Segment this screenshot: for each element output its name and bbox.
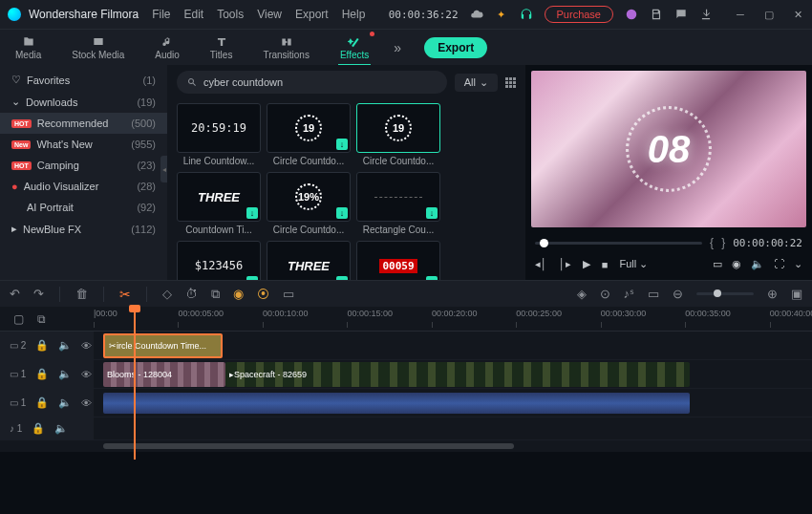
download-badge-icon[interactable]: ↓ <box>336 276 348 280</box>
quality-dropdown[interactable]: Full ⌄ <box>619 258 648 270</box>
zoom-in-button[interactable]: ⊕ <box>767 287 778 301</box>
collapse-handle[interactable]: ◂ <box>160 156 167 182</box>
sidebar-audio-visualizer[interactable]: ●Audio Visualizer(28) <box>0 176 167 197</box>
track-volume-icon[interactable]: 🔈 <box>58 396 72 409</box>
step-back-button[interactable]: │▸ <box>559 258 571 270</box>
marker-icon[interactable]: ◇ <box>162 287 172 301</box>
menu-help[interactable]: Help <box>342 8 366 21</box>
menu-view[interactable]: View <box>257 8 282 21</box>
menu-tools[interactable]: Tools <box>217 8 244 21</box>
headset-icon[interactable] <box>520 8 533 21</box>
effect-thumbnail[interactable]: 19↓ <box>267 103 351 153</box>
download-badge-icon[interactable]: ↓ <box>246 276 258 280</box>
menu-edit[interactable]: Edit <box>184 8 204 21</box>
search-input[interactable] <box>203 76 438 88</box>
minimize-button[interactable]: ─ <box>734 8 747 21</box>
color-icon[interactable]: ◉ <box>233 287 244 301</box>
play-button[interactable]: ▶ <box>583 258 590 270</box>
message-icon[interactable] <box>674 8 688 21</box>
zoom-slider[interactable] <box>696 292 754 295</box>
zoom-out-button[interactable]: ⊖ <box>673 287 683 301</box>
stop-button[interactable]: ■ <box>602 259 609 270</box>
sidebar-recommended[interactable]: HOTRecommended(500) <box>0 113 167 134</box>
effect-card[interactable]: THREE↓Countdown Ti... <box>177 172 261 235</box>
volume-icon[interactable]: 🔈 <box>751 258 764 270</box>
mixer-icon[interactable]: ◈ <box>577 287 587 301</box>
record-icon[interactable]: ⊙ <box>600 287 610 301</box>
close-button[interactable]: ✕ <box>791 8 804 21</box>
effect-card[interactable]: THREE↓ <box>267 241 351 280</box>
sidebar-camping[interactable]: HOTCamping(23) <box>0 155 167 176</box>
effect-thumbnail[interactable]: THREE↓ <box>177 172 261 222</box>
track-lock-icon[interactable]: ▢ <box>13 312 24 326</box>
track-lock-icon[interactable]: 🔒 <box>32 422 45 435</box>
scrollbar-thumb[interactable] <box>103 443 514 449</box>
tips-icon[interactable]: ✦ <box>495 8 508 21</box>
purchase-button[interactable]: Purchase <box>545 6 613 23</box>
snapshot-icon[interactable]: ◉ <box>732 258 741 270</box>
track-volume-icon[interactable]: 🔈 <box>54 422 68 435</box>
effect-card[interactable]: ↓Rectangle Cou... <box>356 172 440 235</box>
track-lock-icon[interactable]: 🔒 <box>35 368 49 380</box>
tool-effects[interactable]: Effects <box>334 33 374 62</box>
maximize-button[interactable]: ▢ <box>762 8 776 21</box>
effect-card[interactable]: 00059↓ <box>356 241 440 280</box>
sidebar-favorites[interactable]: ♡Favorites(1) <box>0 69 167 91</box>
effect-thumbnail[interactable]: THREE↓ <box>267 241 351 280</box>
sidebar-whats-new[interactable]: NewWhat's New(955) <box>0 134 167 155</box>
download-icon[interactable] <box>699 8 713 21</box>
account-icon[interactable] <box>625 8 638 21</box>
preview-video[interactable]: 08 <box>531 71 806 227</box>
track-volume-icon[interactable]: 🔈 <box>58 339 72 352</box>
redo-button[interactable]: ↷ <box>33 287 44 301</box>
effect-card[interactable]: 19↓Circle Countdo... <box>267 103 351 166</box>
crop-icon[interactable]: ⧉ <box>211 287 220 302</box>
sidebar-newblue-fx[interactable]: ▸NewBlue FX(112) <box>0 218 167 240</box>
timeline-ruler[interactable]: ▢ ⧉ |00:0000:00:05:0000:00:10:0000:00:15… <box>0 307 812 332</box>
audio-clip[interactable] <box>103 393 690 414</box>
timeline-scrollbar[interactable] <box>0 440 812 452</box>
track-lock-icon[interactable]: 🔒 <box>35 396 49 409</box>
effect-card[interactable]: 19%↓Circle Countdo... <box>267 172 351 235</box>
video-clip-blooms[interactable]: Blooms - 128004 <box>103 362 225 387</box>
effect-thumbnail[interactable]: 19 <box>356 103 440 153</box>
grid-view-icon[interactable] <box>505 77 516 88</box>
tool-stock-media[interactable]: Stock Media <box>66 33 130 62</box>
fullscreen-icon[interactable]: ⛶ <box>774 258 784 270</box>
tool-audio[interactable]: Audio <box>149 33 185 62</box>
preview-settings-chevron[interactable]: ⌄ <box>794 258 802 270</box>
filter-dropdown[interactable]: All⌄ <box>455 74 498 92</box>
prev-frame-button[interactable]: ◂│ <box>535 258 547 270</box>
export-button[interactable]: Export <box>424 37 487 58</box>
download-badge-icon[interactable]: ↓ <box>426 207 438 219</box>
scrubber-thumb[interactable] <box>540 239 548 247</box>
sidebar-ai-portrait[interactable]: AI Portrait(92) <box>0 197 167 218</box>
zoom-fit-icon[interactable]: ▣ <box>791 287 802 301</box>
keyframe-icon[interactable]: ♪ˢ <box>624 287 635 301</box>
track-visibility-icon[interactable]: 👁 <box>81 340 92 352</box>
video-clip-spacecraft[interactable]: ▸ Spacecraft - 82659 <box>225 362 690 387</box>
menu-export[interactable]: Export <box>295 8 329 21</box>
mark-out-button[interactable]: } <box>721 236 725 249</box>
effect-thumbnail[interactable]: 20:59:19 <box>177 103 261 153</box>
download-badge-icon[interactable]: ↓ <box>336 207 348 219</box>
preview-scrubber[interactable] <box>535 242 702 245</box>
effect-thumbnail[interactable]: 00059↓ <box>356 241 440 280</box>
display-mode-icon[interactable]: ▭ <box>713 258 722 270</box>
download-badge-icon[interactable]: ↓ <box>426 276 438 280</box>
cloud-icon[interactable] <box>470 8 483 21</box>
effect-card[interactable]: 19Circle Countdo... <box>356 103 440 166</box>
download-badge-icon[interactable]: ↓ <box>246 207 258 219</box>
audio-icon[interactable]: ⦿ <box>257 287 269 301</box>
menu-file[interactable]: File <box>152 8 170 21</box>
effect-card[interactable]: 20:59:19Line Countdow... <box>177 103 261 166</box>
download-badge-icon[interactable]: ↓ <box>336 139 348 150</box>
effect-thumbnail[interactable]: 19%↓ <box>267 172 351 222</box>
split-button[interactable]: ✂ <box>119 287 131 302</box>
effect-thumbnail[interactable]: $123456↓ <box>177 241 261 280</box>
more-tools-chevron[interactable]: » <box>394 40 401 55</box>
search-box[interactable] <box>177 71 447 94</box>
speed-icon[interactable]: ⏱ <box>185 287 198 301</box>
sidebar-downloads[interactable]: ⌄Downloads(19) <box>0 91 167 113</box>
track-visibility-icon[interactable]: 👁 <box>81 397 92 409</box>
